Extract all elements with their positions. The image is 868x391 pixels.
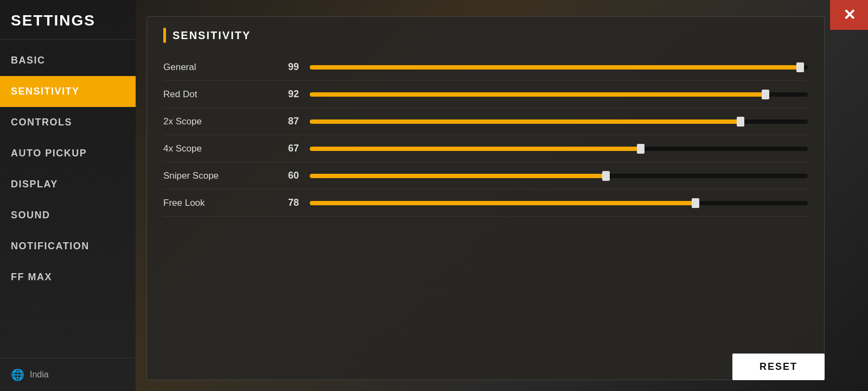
- slider-track-4[interactable]: [310, 171, 808, 181]
- slider-label-3: 4x Scope: [163, 143, 272, 154]
- main-content: ✕ SENSITIVITY General99Red Dot922x Scope…: [136, 0, 868, 391]
- slider-row-0: General99: [163, 54, 808, 81]
- slider-fill-0: [310, 65, 803, 70]
- sidebar-item-display[interactable]: DISPLAY: [0, 169, 136, 200]
- sidebar-item-sound[interactable]: SOUND: [0, 200, 136, 231]
- slider-value-5: 78: [272, 197, 299, 209]
- section-title: SENSITIVITY: [173, 29, 251, 42]
- slider-track-bg-5: [310, 201, 808, 205]
- slider-track-2[interactable]: [310, 116, 808, 127]
- sidebar-footer: 🌐 India: [0, 358, 136, 391]
- slider-thumb-1[interactable]: [762, 90, 769, 99]
- slider-track-bg-4: [310, 174, 808, 178]
- sidebar-item-auto-pickup[interactable]: AUTO PICKUP: [0, 138, 136, 169]
- slider-label-1: Red Dot: [163, 89, 272, 100]
- slider-fill-5: [310, 201, 698, 205]
- slider-track-bg-0: [310, 65, 808, 70]
- app-title: SETTINGS: [0, 0, 136, 40]
- slider-track-3[interactable]: [310, 143, 808, 154]
- slider-fill-1: [310, 92, 768, 97]
- sliders-container: General99Red Dot922x Scope874x Scope67Sn…: [163, 54, 808, 217]
- slider-track-bg-1: [310, 92, 808, 97]
- slider-thumb-0[interactable]: [796, 62, 804, 72]
- slider-track-bg-3: [310, 147, 808, 151]
- slider-thumb-3[interactable]: [637, 144, 644, 154]
- slider-value-1: 92: [272, 89, 299, 100]
- slider-thumb-5[interactable]: [692, 198, 699, 208]
- slider-label-0: General: [163, 62, 272, 73]
- sidebar-item-ff-max[interactable]: FF MAX: [0, 262, 136, 293]
- slider-row-1: Red Dot92: [163, 81, 808, 108]
- slider-label-4: Sniper Scope: [163, 171, 272, 181]
- slider-row-5: Free Look78: [163, 190, 808, 217]
- sidebar-item-basic[interactable]: BASIC: [0, 45, 136, 76]
- slider-value-0: 99: [272, 61, 299, 73]
- slider-value-4: 60: [272, 170, 299, 181]
- slider-fill-3: [310, 147, 643, 151]
- settings-panel: SENSITIVITY General99Red Dot922x Scope87…: [146, 16, 825, 380]
- sidebar-nav: BASICSENSITIVITYCONTROLSAUTO PICKUPDISPL…: [0, 40, 136, 358]
- slider-value-2: 87: [272, 116, 299, 127]
- slider-thumb-4[interactable]: [602, 171, 610, 181]
- region-label: India: [30, 370, 49, 380]
- sidebar-item-notification[interactable]: NOTIFICATION: [0, 231, 136, 262]
- sidebar-item-sensitivity[interactable]: SENSITIVITY: [0, 76, 136, 107]
- slider-row-4: Sniper Scope60: [163, 162, 808, 190]
- close-button[interactable]: ✕: [830, 0, 868, 30]
- slider-fill-2: [310, 119, 743, 124]
- globe-icon: 🌐: [11, 368, 24, 381]
- sidebar-item-controls[interactable]: CONTROLS: [0, 107, 136, 138]
- slider-track-0[interactable]: [310, 62, 808, 73]
- slider-row-3: 4x Scope67: [163, 135, 808, 162]
- slider-label-5: Free Look: [163, 198, 272, 209]
- slider-fill-4: [310, 174, 609, 178]
- section-indicator: [163, 28, 166, 43]
- slider-track-1[interactable]: [310, 89, 808, 100]
- reset-button[interactable]: RESET: [732, 354, 825, 380]
- sidebar: SETTINGS BASICSENSITIVITYCONTROLSAUTO PI…: [0, 0, 136, 391]
- slider-thumb-2[interactable]: [737, 117, 744, 127]
- slider-value-3: 67: [272, 143, 299, 154]
- section-header: SENSITIVITY: [163, 28, 808, 43]
- slider-label-2: 2x Scope: [163, 116, 272, 127]
- slider-track-5[interactable]: [310, 198, 808, 209]
- slider-row-2: 2x Scope87: [163, 108, 808, 135]
- slider-track-bg-2: [310, 119, 808, 124]
